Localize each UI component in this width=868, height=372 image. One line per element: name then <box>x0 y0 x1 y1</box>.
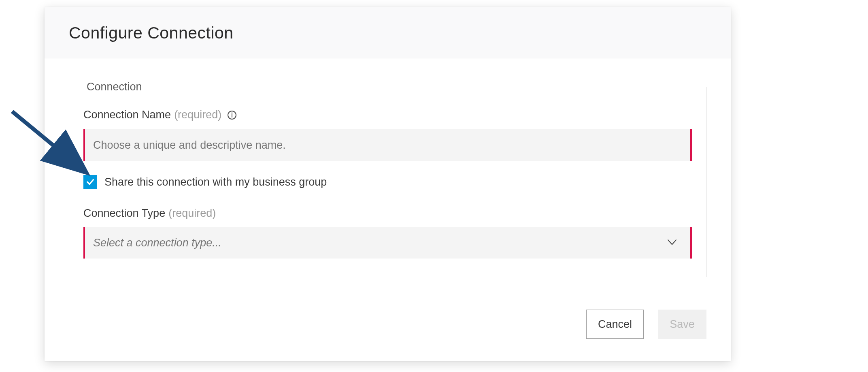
share-checkbox-row: Share this connection with my business g… <box>83 175 692 189</box>
chevron-down-icon <box>666 236 678 250</box>
share-checkbox[interactable] <box>83 175 97 189</box>
fieldset-legend: Connection <box>83 81 145 93</box>
svg-point-2 <box>232 112 233 113</box>
svg-rect-1 <box>232 114 232 118</box>
connection-type-select[interactable]: Select a connection type... <box>83 227 692 259</box>
connection-type-required: (required) <box>168 207 216 220</box>
dialog-footer: Cancel Save <box>45 310 731 361</box>
connection-name-required: (required) <box>174 109 221 121</box>
configure-connection-dialog: Configure Connection Connection Connecti… <box>45 7 731 361</box>
connection-name-row: Connection Name (required) <box>83 109 692 161</box>
cancel-button[interactable]: Cancel <box>586 310 644 339</box>
connection-type-row: Connection Type (required) Select a conn… <box>83 207 692 259</box>
connection-name-input[interactable] <box>83 129 692 161</box>
dialog-body: Connection Connection Name (required) <box>45 58 731 310</box>
connection-type-label-text: Connection Type <box>83 207 165 220</box>
dialog-title: Configure Connection <box>69 24 706 43</box>
connection-name-label: Connection Name (required) <box>83 109 692 121</box>
info-icon[interactable] <box>227 110 237 120</box>
connection-type-placeholder: Select a connection type... <box>93 237 221 249</box>
dialog-header: Configure Connection <box>45 7 731 58</box>
save-button: Save <box>658 310 706 339</box>
connection-type-label: Connection Type (required) <box>83 207 692 220</box>
share-checkbox-label: Share this connection with my business g… <box>104 176 327 188</box>
connection-fieldset: Connection Connection Name (required) <box>69 81 706 277</box>
connection-name-label-text: Connection Name <box>83 109 171 121</box>
